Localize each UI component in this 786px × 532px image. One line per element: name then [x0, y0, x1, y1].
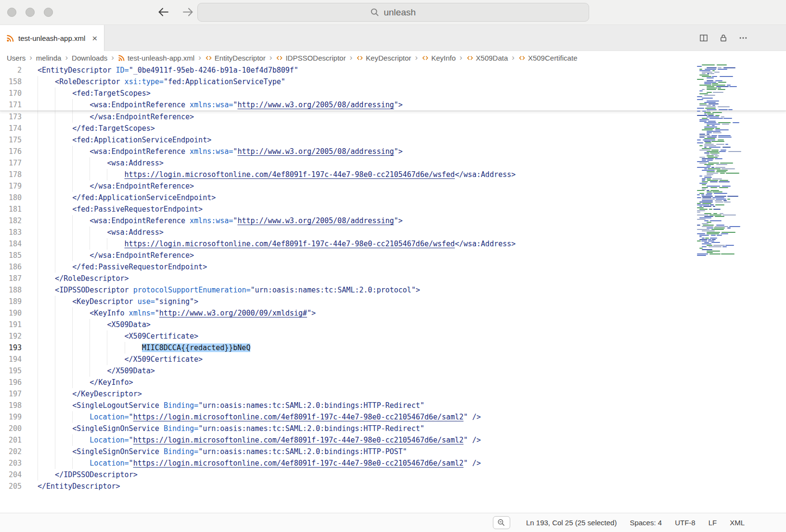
line-number[interactable]: 195 — [0, 365, 30, 377]
line-number[interactable]: 205 — [0, 481, 30, 492]
language-mode[interactable]: XML — [730, 519, 745, 527]
breadcrumb-item-users[interactable]: Users — [7, 54, 26, 62]
code-line-205[interactable]: 205</EntityDescriptor> — [0, 481, 786, 492]
line-number[interactable]: 191 — [0, 319, 30, 330]
code-line-187[interactable]: 187</RoleDescriptor> — [0, 273, 786, 284]
code-line-195[interactable]: 195</X509Data> — [0, 365, 786, 377]
breadcrumb-item-downloads[interactable]: Downloads — [72, 54, 107, 62]
code-line-182[interactable]: 182<wsa:EndpointReference xmlns:wsa="htt… — [0, 215, 786, 227]
indentation-status[interactable]: Spaces: 4 — [630, 519, 662, 527]
code-line-196[interactable]: 196</KeyInfo> — [0, 377, 786, 388]
close-button[interactable] — [7, 8, 16, 17]
code-line-173[interactable]: 173</wsa:EndpointReference> — [0, 111, 786, 123]
line-number[interactable]: 177 — [0, 157, 30, 169]
line-number[interactable]: 203 — [0, 457, 30, 469]
code-line-202[interactable]: 202<SingleSignOnService Binding="urn:oas… — [0, 446, 786, 457]
forward-arrow-icon[interactable] — [181, 5, 195, 19]
code-line-193[interactable]: 193MIIC8DCCA{{redacted}}bNeQ — [0, 342, 786, 354]
code-line-186[interactable]: 186</fed:PassiveRequestorEndpoint> — [0, 261, 786, 273]
line-number[interactable]: 201 — [0, 434, 30, 446]
sticky-scroll[interactable]: 2<EntityDescriptor ID="_0be4911f-95eb-42… — [0, 64, 786, 111]
line-number[interactable]: 179 — [0, 180, 30, 192]
code-line-190[interactable]: 190<KeyInfo xmlns="http://www.w3.org/200… — [0, 307, 786, 319]
line-number[interactable]: 184 — [0, 238, 30, 250]
minimize-button[interactable] — [26, 8, 35, 17]
line-number[interactable]: 188 — [0, 284, 30, 296]
breadcrumb-item-test-unleash-app-xml[interactable]: test-unleash-app.xml — [118, 54, 194, 62]
line-number[interactable]: 187 — [0, 273, 30, 284]
code-line-200[interactable]: 200<SingleSignOnService Binding="urn:oas… — [0, 423, 786, 434]
line-number[interactable]: 198 — [0, 400, 30, 411]
tab-close-icon[interactable]: × — [92, 34, 97, 43]
code-line-181[interactable]: 181<fed:PassiveRequestorEndpoint> — [0, 203, 786, 215]
eol-status[interactable]: LF — [709, 519, 717, 527]
code-line-170[interactable]: 170<fed:TargetScopes> — [0, 88, 786, 99]
line-number[interactable]: 183 — [0, 227, 30, 238]
breadcrumb-item-idpssodescriptor[interactable]: IDPSSODescriptor — [276, 54, 346, 62]
line-number[interactable]: 194 — [0, 354, 30, 365]
code-line-177[interactable]: 177<wsa:Address> — [0, 157, 786, 169]
code-line-185[interactable]: 185</wsa:EndpointReference> — [0, 250, 786, 261]
line-number[interactable]: 178 — [0, 169, 30, 180]
line-number[interactable]: 189 — [0, 296, 30, 307]
maximize-button[interactable] — [44, 8, 53, 17]
line-number[interactable]: 173 — [0, 111, 30, 123]
more-actions-icon[interactable] — [739, 34, 747, 42]
line-number[interactable]: 171 — [0, 99, 30, 111]
code-line-189[interactable]: 189<KeyDescriptor use="signing"> — [0, 296, 786, 307]
code-line-192[interactable]: 192<X509Certificate> — [0, 330, 786, 342]
cursor-position[interactable]: Ln 193, Col 25 (25 selected) — [526, 519, 617, 527]
line-number[interactable]: 176 — [0, 146, 30, 157]
back-arrow-icon[interactable] — [156, 5, 170, 19]
split-editor-icon[interactable] — [699, 34, 708, 42]
editor[interactable]: 2<EntityDescriptor ID="_0be4911f-95eb-42… — [0, 64, 786, 513]
line-number[interactable]: 185 — [0, 250, 30, 261]
line-number[interactable]: 181 — [0, 203, 30, 215]
line-number[interactable]: 2 — [0, 64, 30, 76]
line-number[interactable]: 180 — [0, 192, 30, 203]
breadcrumb-item-keydescriptor[interactable]: KeyDescriptor — [356, 54, 411, 62]
code-line-158[interactable]: 158<RoleDescriptor xsi:type="fed:Applica… — [0, 76, 786, 88]
code-line-194[interactable]: 194</X509Certificate> — [0, 354, 786, 365]
breadcrumb-item-x509data[interactable]: X509Data — [466, 54, 508, 62]
code-line-179[interactable]: 179</wsa:EndpointReference> — [0, 180, 786, 192]
line-number[interactable]: 190 — [0, 307, 30, 319]
code-line-184[interactable]: 184https://login.microsoftonline.com/4ef… — [0, 238, 786, 250]
code-line-203[interactable]: 203Location="https://login.microsoftonli… — [0, 457, 786, 469]
minimap[interactable] — [697, 64, 744, 259]
line-number[interactable]: 202 — [0, 446, 30, 457]
line-number[interactable]: 170 — [0, 88, 30, 99]
code-line-199[interactable]: 199Location="https://login.microsoftonli… — [0, 411, 786, 423]
code-line-198[interactable]: 198<SingleLogoutService Binding="urn:oas… — [0, 400, 786, 411]
line-number[interactable]: 196 — [0, 377, 30, 388]
encoding-status[interactable]: UTF-8 — [675, 519, 696, 527]
code-line-188[interactable]: 188<IDPSSODescriptor protocolSupportEnum… — [0, 284, 786, 296]
code-line-175[interactable]: 175<fed:ApplicationServiceEndpoint> — [0, 134, 786, 146]
command-center-search[interactable]: unleash — [197, 3, 589, 22]
code-line-174[interactable]: 174</fed:TargetScopes> — [0, 123, 786, 134]
code-line-204[interactable]: 204</IDPSSODescriptor> — [0, 469, 786, 481]
line-number[interactable]: 175 — [0, 134, 30, 146]
line-number[interactable]: 174 — [0, 123, 30, 134]
breadcrumb-item-entitydescriptor[interactable]: EntityDescriptor — [205, 54, 266, 62]
breadcrumb-item-melinda[interactable]: melinda — [36, 54, 62, 62]
code-line-183[interactable]: 183<wsa:Address> — [0, 227, 786, 238]
code-line-171[interactable]: 171<wsa:EndpointReference xmlns:wsa="htt… — [0, 99, 786, 111]
code-area[interactable]: 173</wsa:EndpointReference>174</fed:Targ… — [0, 111, 786, 492]
line-number[interactable]: 158 — [0, 76, 30, 88]
code-line-201[interactable]: 201Location="https://login.microsoftonli… — [0, 434, 786, 446]
tab-test-unleash-app[interactable]: test-unleash-app.xml × — [0, 25, 104, 51]
line-number[interactable]: 199 — [0, 411, 30, 423]
code-line-197[interactable]: 197</KeyDescriptor> — [0, 388, 786, 400]
code-line-176[interactable]: 176<wsa:EndpointReference xmlns:wsa="htt… — [0, 146, 786, 157]
lock-icon[interactable] — [719, 34, 728, 42]
line-number[interactable]: 204 — [0, 469, 30, 481]
breadcrumb-item-keyinfo[interactable]: KeyInfo — [422, 54, 456, 62]
code-line-180[interactable]: 180</fed:ApplicationServiceEndpoint> — [0, 192, 786, 203]
code-line-178[interactable]: 178https://login.microsoftonline.com/4ef… — [0, 169, 786, 180]
code-line-2[interactable]: 2<EntityDescriptor ID="_0be4911f-95eb-42… — [0, 64, 786, 76]
line-number[interactable]: 193 — [0, 342, 30, 354]
line-number[interactable]: 182 — [0, 215, 30, 227]
code-line-191[interactable]: 191<X509Data> — [0, 319, 786, 330]
line-number[interactable]: 192 — [0, 330, 30, 342]
